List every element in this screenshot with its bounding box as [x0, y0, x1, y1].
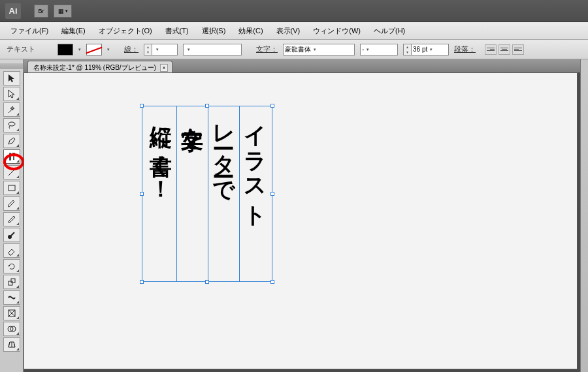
document-tab-label: 名称未設定-1* @ 119% (RGB/プレビュー)	[33, 63, 156, 72]
app-logo: Ai	[5, 3, 21, 19]
panel-dock[interactable]	[580, 59, 588, 372]
resize-handle[interactable]	[140, 280, 144, 284]
line-tool[interactable]	[3, 165, 20, 179]
menu-type[interactable]: 書式(T)	[159, 23, 195, 39]
svg-rect-1	[8, 185, 15, 191]
direct-selection-tool[interactable]	[3, 87, 20, 101]
svg-rect-4	[11, 279, 15, 283]
paragraph-link[interactable]: 段落：	[454, 44, 476, 54]
document-tab[interactable]: 名称未設定-1* @ 119% (RGB/プレビュー) ×	[27, 61, 172, 72]
lasso-tool[interactable]	[3, 118, 20, 132]
menu-help[interactable]: ヘルプ(H)	[367, 23, 412, 39]
title-bar: Ai Br ▦ ▾	[0, 0, 588, 22]
bridge-button[interactable]: Br	[34, 5, 48, 18]
pen-tool[interactable]	[3, 134, 20, 148]
magic-wand-tool[interactable]	[3, 102, 20, 117]
svg-point-0	[8, 122, 15, 126]
character-link[interactable]: 文字：	[256, 44, 278, 54]
close-tab-icon[interactable]: ×	[160, 64, 168, 72]
tools-panel	[0, 59, 24, 372]
scale-tool[interactable]	[3, 275, 20, 289]
selection-tool[interactable]	[3, 71, 20, 85]
document-tab-bar: 名称未設定-1* @ 119% (RGB/プレビュー) ×	[24, 59, 580, 72]
resize-handle[interactable]	[205, 104, 209, 108]
menu-file[interactable]: ファイル(F)	[4, 23, 55, 39]
perspective-tool[interactable]	[3, 337, 20, 352]
font-size-stepper[interactable]: ▴▾ 36 pt▾	[403, 44, 449, 55]
chevron-down-icon: ▾	[107, 47, 110, 52]
menu-select[interactable]: 選択(S)	[195, 23, 233, 39]
shape-builder-tool[interactable]	[3, 322, 20, 336]
layout-button[interactable]: ▦ ▾	[54, 5, 72, 18]
resize-handle[interactable]	[270, 192, 274, 196]
menu-view[interactable]: 表示(V)	[270, 23, 307, 39]
align-right-icon[interactable]	[485, 44, 497, 55]
menu-object[interactable]: オブジェクト(O)	[92, 23, 159, 39]
text-column: レーターで	[208, 110, 237, 278]
toolbar-grip[interactable]	[0, 63, 23, 69]
align-center-icon[interactable]	[498, 44, 510, 55]
stroke-width-stepper[interactable]: ▴▾ ▾	[144, 44, 178, 55]
fill-swatch[interactable]	[57, 44, 73, 55]
resize-handle[interactable]	[205, 280, 209, 284]
text-column: イラスト	[240, 110, 269, 278]
resize-handle[interactable]	[140, 192, 144, 196]
font-family-dropdown[interactable]: 豪龍書体▾	[283, 44, 355, 55]
grid-icon: ▦	[58, 8, 64, 14]
free-transform-tool[interactable]	[3, 306, 20, 320]
resize-handle[interactable]	[270, 104, 274, 108]
vertical-text-object[interactable]: イラスト レーターで 文字を 縦に書く！	[142, 106, 272, 282]
font-style-value: -	[362, 46, 364, 53]
align-left-icon[interactable]	[512, 44, 524, 55]
type-tool[interactable]	[3, 149, 20, 164]
menu-window[interactable]: ウィンドウ(W)	[306, 23, 367, 39]
font-style-dropdown[interactable]: -▾	[360, 44, 398, 55]
resize-handle[interactable]	[140, 104, 144, 108]
chevron-down-icon: ▾	[65, 8, 68, 14]
width-tool[interactable]	[3, 290, 20, 305]
text-column: 縦に書く！	[146, 110, 174, 278]
stroke-link[interactable]: 線：	[124, 44, 139, 54]
eraser-tool[interactable]	[3, 243, 20, 258]
svg-rect-3	[8, 281, 12, 285]
menu-effect[interactable]: 効果(C)	[232, 23, 269, 39]
menu-bar: ファイル(F) 編集(E) オブジェクト(O) 書式(T) 選択(S) 効果(C…	[0, 22, 588, 40]
chevron-down-icon: ▾	[78, 47, 81, 52]
control-bar: テキスト ▾ ▾ 線： ▴▾ ▾ ▾ 文字： 豪龍書体▾ -▾ ▴▾ 36 pt…	[0, 40, 588, 59]
font-size-value: 36 pt	[413, 46, 427, 53]
pencil-tool[interactable]	[3, 212, 20, 226]
stroke-swatch[interactable]	[86, 44, 102, 55]
paintbrush-tool[interactable]	[3, 196, 20, 211]
menu-edit[interactable]: 編集(E)	[55, 23, 92, 39]
text-column: 文字を	[177, 110, 206, 278]
canvas[interactable]: イラスト レーターで 文字を 縦に書く！	[24, 72, 578, 369]
blob-brush-tool[interactable]	[3, 228, 20, 242]
var-width-dropdown[interactable]: ▾	[183, 44, 242, 55]
rotate-tool[interactable]	[3, 259, 20, 273]
rectangle-tool[interactable]	[3, 181, 20, 195]
resize-handle[interactable]	[270, 280, 274, 284]
context-label: テキスト	[7, 44, 35, 54]
font-name-value: 豪龍書体	[285, 45, 311, 54]
